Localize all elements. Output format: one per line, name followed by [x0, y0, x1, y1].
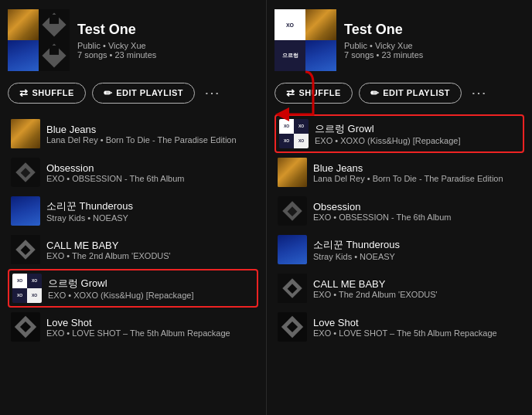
track-item-growl-left[interactable]: XO XO XO XO 으르렁 Growl EXO • XOXO (Kiss&H… [8, 269, 258, 308]
obsession-diamond-inner [21, 168, 31, 178]
track-art-thunderous-right [278, 235, 307, 264]
controls-left: ⇄ SHUFFLE ✏ EDIT PLAYLIST ⋯ [8, 80, 258, 105]
track-art-thunderous-left [11, 196, 40, 226]
edit-playlist-button-left[interactable]: ✏ EDIT PLAYLIST [92, 83, 195, 104]
more-options-button-right[interactable]: ⋯ [468, 80, 489, 105]
grid-cell-r1: XO [275, 9, 305, 40]
track-name-loveshot-left: Love Shot [46, 317, 255, 328]
obsession-diamond [15, 162, 35, 182]
track-item-callmebaby-right[interactable]: CALL ME BABY EXO • The 2nd Album 'EXODUS… [275, 269, 524, 308]
track-info-loveshot-left: Love Shot EXO • LOVE SHOT – The 5th Albu… [46, 317, 255, 338]
growl-r-xo-4: XO [298, 139, 304, 143]
lana-art-right [305, 9, 336, 40]
track-name-thunderous-left: 소리꾼 Thunderous [46, 199, 255, 213]
track-info-obsession-right: Obsession EXO • OBSESSION - The 6th Albu… [313, 201, 521, 222]
track-detail-loveshot-left: EXO • LOVE SHOT – The 5th Album Repackag… [46, 328, 255, 338]
growl-xo-text-3: XO [17, 294, 22, 298]
track-info-growl-right: 으르렁 Growl EXO • XOXO (Kiss&Hug) [Repacka… [315, 122, 520, 145]
playlist-meta-line1-right: Public • Vicky Xue [344, 41, 524, 50]
track-list-left: Blue Jeans Lana Del Rey • Born To Die - … [8, 114, 258, 346]
growl-cell-1: XO [12, 274, 27, 288]
track-art-callmebaby-left [11, 235, 40, 264]
loveshot-diamond [15, 316, 36, 338]
edit-icon-left: ✏ [104, 87, 113, 99]
playlist-meta-line2-left: 7 songs • 23 minutes [77, 50, 258, 60]
track-info-obsession-left: Obsession EXO • OBSESSION - The 6th Albu… [46, 162, 255, 183]
playlist-meta-line1-left: Public • Vicky Xue [77, 41, 258, 50]
track-name-obsession-left: Obsession [46, 162, 255, 174]
track-detail-loveshot-right: EXO • LOVE SHOT – The 5th Album Repackag… [313, 328, 521, 338]
track-detail-thunderous-left: Stray Kids • NOEASY [46, 213, 255, 223]
growl-cell-2: XO [27, 274, 42, 288]
track-name-growl-right: 으르렁 Growl [315, 122, 520, 136]
track-name-growl-left: 으르렁 Growl [48, 277, 254, 291]
loveshot-r-inner [278, 312, 307, 342]
playlist-info-left: Test One Public • Vicky Xue 7 songs • 23… [77, 22, 258, 60]
track-item-obsession-right[interactable]: Obsession EXO • OBSESSION - The 6th Albu… [275, 192, 524, 230]
growl-xo-text-1: XO [17, 279, 22, 283]
growl-xo-text-4: XO [32, 294, 37, 298]
edit-icon-right: ✏ [370, 87, 380, 99]
edit-playlist-button-right[interactable]: ✏ EDIT PLAYLIST [359, 83, 462, 104]
loveshot-art-inner [11, 312, 40, 342]
track-item-growl-right[interactable]: XO XO XO XO 으르렁 Growl EXO • XOXO (Kiss&H… [275, 114, 524, 153]
diamond-icon-2 [42, 43, 66, 67]
playlist-info-right: Test One Public • Vicky Xue 7 songs • 23… [344, 22, 524, 60]
track-art-growl-right: XO XO XO XO [279, 119, 309, 148]
playlist-header-right: XO 으르렁 Test One Public • Vicky Xue 7 son… [275, 9, 524, 71]
noeasy-art [8, 40, 39, 71]
diamond-inner-2 [49, 46, 59, 55]
track-item-thunderous-right[interactable]: 소리꾼 Thunderous Stray Kids • NOEASY [275, 230, 524, 269]
edit-label-right: EDIT PLAYLIST [383, 88, 450, 97]
growl-cell-4: XO [27, 288, 42, 303]
right-panel: XO 으르렁 Test One Public • Vicky Xue 7 son… [266, 0, 532, 415]
track-art-callmebaby-right [278, 274, 307, 303]
track-item-callmebaby-left[interactable]: CALL ME BABY EXO • The 2nd Album 'EXODUS… [8, 230, 258, 269]
obsession-r-diamond [282, 201, 302, 220]
track-detail-growl-left: EXO • XOXO (Kiss&Hug) [Repackage] [48, 291, 254, 300]
more-options-button-left[interactable]: ⋯ [201, 80, 223, 105]
oreureong-cell: 으르렁 [275, 40, 305, 71]
left-panel: Test One Public • Vicky Xue 7 songs • 23… [0, 0, 266, 415]
growl-r-cell-2: XO [294, 119, 309, 134]
shuffle-icon-right: ⇄ [286, 87, 295, 99]
track-art-obsession-right [278, 196, 307, 226]
track-item-blue-jeans-left[interactable]: Blue Jeans Lana Del Rey • Born To Die - … [8, 114, 258, 153]
track-info-callmebaby-right: CALL ME BABY EXO • The 2nd Album 'EXODUS… [313, 278, 521, 299]
shuffle-label-right: SHUFFLE [299, 88, 341, 97]
callmebaby-r-diamond [282, 278, 302, 298]
track-info-thunderous-left: 소리꾼 Thunderous Stray Kids • NOEASY [46, 199, 255, 223]
grid-cell-3 [8, 40, 39, 71]
grid-cell-r4 [305, 40, 336, 71]
track-info-callmebaby-left: CALL ME BABY EXO • The 2nd Album 'EXODUS… [46, 240, 255, 260]
album-art-grid-right: XO 으르렁 [275, 9, 336, 71]
loveshot-r-diamond [281, 316, 303, 338]
track-name-blue-jeans-right: Blue Jeans [313, 162, 521, 174]
noeasy-art-mini [11, 196, 40, 226]
lana-mini-right [278, 158, 307, 187]
lana-mini-art [11, 119, 40, 148]
track-item-blue-jeans-right[interactable]: Blue Jeans Lana Del Rey • Born To Die - … [275, 153, 524, 192]
track-item-obsession-left[interactable]: Obsession EXO • OBSESSION - The 6th Albu… [8, 153, 258, 192]
callmebaby-art-inner [11, 235, 40, 264]
grid-cell-1 [8, 9, 39, 40]
obsession-r-diamond-inner [288, 206, 298, 216]
track-detail-growl-right: EXO • XOXO (Kiss&Hug) [Repackage] [315, 136, 520, 145]
growl-cell-3: XO [12, 288, 27, 303]
growl-r-cell-3: XO [279, 134, 294, 148]
lana-art [8, 9, 39, 40]
track-item-thunderous-left[interactable]: 소리꾼 Thunderous Stray Kids • NOEASY [8, 192, 258, 230]
shuffle-button-right[interactable]: ⇄ SHUFFLE [275, 83, 353, 104]
grid-cell-r3: 으르렁 [275, 40, 305, 71]
track-item-loveshot-right[interactable]: Love Shot EXO • LOVE SHOT – The 5th Albu… [275, 308, 524, 346]
shuffle-label-left: SHUFFLE [32, 88, 74, 97]
track-info-thunderous-right: 소리꾼 Thunderous Stray Kids • NOEASY [313, 238, 521, 261]
track-art-loveshot-left [11, 312, 40, 342]
track-detail-obsession-right: EXO • OBSESSION - The 6th Album [313, 213, 521, 222]
track-detail-blue-jeans-left: Lana Del Rey • Born To Die - The Paradis… [46, 135, 255, 145]
shuffle-button-left[interactable]: ⇄ SHUFFLE [8, 83, 86, 104]
track-item-loveshot-left[interactable]: Love Shot EXO • LOVE SHOT – The 5th Albu… [8, 308, 258, 346]
grid-cell-r2 [305, 9, 336, 40]
callmebaby-diamond-inner [21, 245, 31, 255]
growl-xo-text-2: XO [32, 279, 37, 283]
